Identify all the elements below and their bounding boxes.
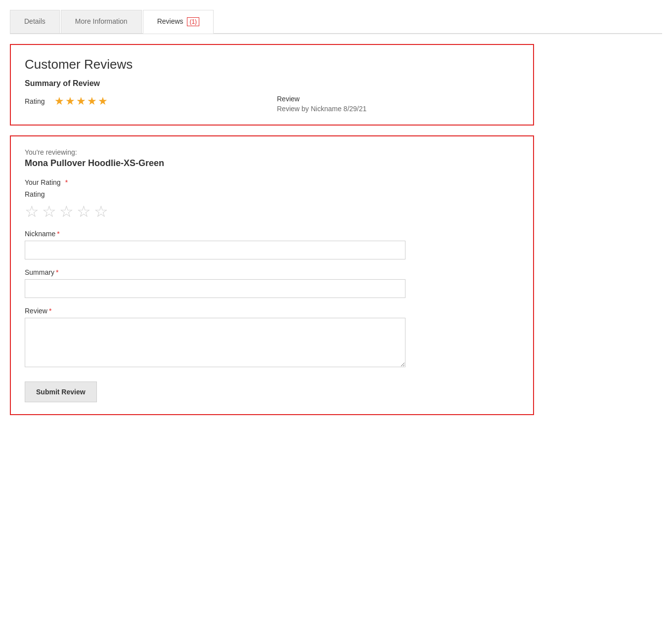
tab-details[interactable]: Details: [10, 10, 60, 33]
nickname-group: Nickname*: [25, 230, 519, 259]
review-form-section: You're reviewing: Mona Pullover Hoodlie-…: [10, 135, 534, 415]
your-rating-row: Your Rating *: [25, 178, 519, 186]
star-3: ★: [76, 95, 86, 108]
tab-details-label: Details: [24, 17, 45, 25]
your-rating-required: *: [65, 178, 68, 186]
summary-label-text: Summary: [25, 268, 54, 276]
review-column-label: Review: [277, 95, 519, 103]
reviewing-label: You're reviewing:: [25, 148, 519, 156]
tabs-container: Details More Information Reviews (1): [10, 10, 662, 34]
nickname-label: Nickname*: [25, 230, 519, 238]
your-rating-label: Your Rating: [25, 178, 61, 186]
review-stars-display: ★ ★ ★ ★ ★: [54, 95, 108, 108]
star-2: ★: [65, 95, 75, 108]
star-5: ★: [98, 95, 108, 108]
review-count-badge: (1): [187, 17, 199, 26]
nickname-required: *: [57, 230, 59, 238]
reviews-content-area: Customer Reviews Summary of Review Ratin…: [10, 34, 662, 435]
review-text-section: Review Review by Nickname 8/29/21: [267, 95, 519, 113]
star-1: ★: [54, 95, 64, 108]
star-4: ★: [87, 95, 97, 108]
submit-button-label: Submit Review: [36, 388, 86, 396]
rating-stars-input[interactable]: ☆ ☆ ☆ ☆ ☆: [25, 202, 519, 221]
review-label-text: Review: [25, 307, 47, 315]
customer-reviews-section: Customer Reviews Summary of Review Ratin…: [10, 44, 534, 126]
tab-more-information-label: More Information: [75, 17, 128, 25]
input-star-5[interactable]: ☆: [94, 202, 108, 221]
submit-review-button[interactable]: Submit Review: [25, 382, 97, 402]
nickname-input[interactable]: [25, 241, 405, 259]
your-rating-group: Your Rating * Rating ☆ ☆ ☆ ☆ ☆: [25, 178, 519, 221]
summary-input[interactable]: [25, 279, 405, 298]
input-star-2[interactable]: ☆: [42, 202, 56, 221]
product-name: Mona Pullover Hoodlie-XS-Green: [25, 158, 519, 169]
review-group: Review*: [25, 307, 519, 369]
rating-label: Rating: [25, 97, 45, 105]
customer-reviews-title: Customer Reviews: [25, 57, 519, 72]
review-required: *: [49, 307, 51, 315]
review-summary-heading: Summary of Review: [25, 79, 519, 88]
review-meta-row: Rating ★ ★ ★ ★ ★ Review Review by Nickna…: [25, 95, 519, 113]
input-star-4[interactable]: ☆: [77, 202, 91, 221]
tab-reviews-label: Reviews: [157, 17, 183, 25]
nickname-label-text: Nickname: [25, 230, 55, 238]
tab-more-information[interactable]: More Information: [61, 10, 142, 33]
review-by-text: Review by Nickname 8/29/21: [277, 105, 519, 113]
input-star-1[interactable]: ☆: [25, 202, 39, 221]
tab-reviews[interactable]: Reviews (1): [143, 10, 214, 34]
summary-group: Summary*: [25, 268, 519, 298]
review-label: Review*: [25, 307, 519, 315]
input-star-3[interactable]: ☆: [59, 202, 74, 221]
summary-required: *: [56, 268, 58, 276]
rating-sublabel: Rating: [25, 190, 519, 198]
rating-display-section: Rating ★ ★ ★ ★ ★: [25, 95, 267, 108]
summary-label: Summary*: [25, 268, 519, 276]
review-textarea[interactable]: [25, 318, 405, 367]
